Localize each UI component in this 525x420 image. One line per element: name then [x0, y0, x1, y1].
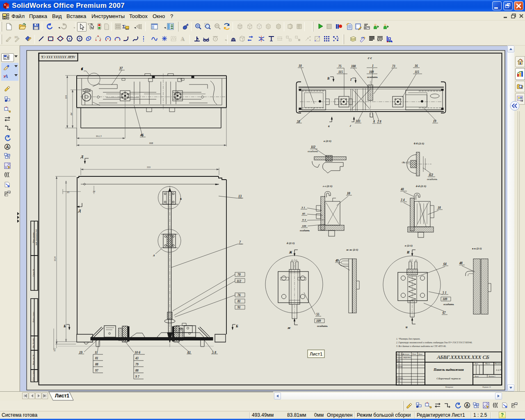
svg-text:В: В: [327, 77, 330, 80]
svg-text:Б: Б: [235, 324, 238, 328]
svg-text:Пров.: Пров.: [396, 360, 401, 362]
svg-text:S: S: [4, 4, 6, 6]
svg-text:Масштаб: Масштаб: [494, 363, 502, 365]
svg-text:1. *Размеры для справок.: 1. *Размеры для справок.: [396, 338, 420, 340]
svg-text:Подп. и дата: Подп. и дата: [32, 311, 34, 322]
svg-text:40: 40: [400, 187, 404, 191]
svg-text:осадить: осадить: [300, 229, 310, 232]
svg-text:79: 79: [135, 363, 139, 366]
svg-text:49: 49: [335, 259, 339, 262]
svg-text:Ж: Ж: [289, 251, 292, 254]
svg-text:Д: Д: [78, 209, 81, 213]
svg-text:115: 115: [415, 70, 419, 74]
svg-text:е (2:1): е (2:1): [405, 244, 413, 247]
svg-text:A: A: [6, 145, 9, 149]
svg-text:112: 112: [311, 145, 315, 149]
svg-text:5 1: 5 1: [443, 291, 446, 294]
svg-text:88: 88: [95, 363, 98, 366]
svg-text:Формат A1: Формат A1: [482, 386, 491, 388]
svg-text:109: 109: [302, 224, 306, 228]
svg-text:112: 112: [429, 173, 433, 177]
svg-text:г-г (2:1): г-г (2:1): [323, 185, 332, 188]
svg-text:Н.контр.: Н.контр.: [396, 377, 403, 379]
svg-text:осадить: осадить: [308, 150, 318, 153]
svg-text:√Ra 1.25: √Ra 1.25: [402, 161, 410, 164]
svg-text:19: 19: [433, 119, 436, 123]
svg-text:13: 13: [238, 194, 242, 198]
svg-text:№ докум.: № докум.: [402, 353, 410, 355]
svg-text:Лит.: Лит.: [474, 363, 478, 365]
svg-text:3. Все данные и обычные выделя: 3. Все данные и обычные выделять на СТЕ …: [396, 345, 446, 347]
svg-text:2. Гарнитуру невозможной в соз: 2. Гарнитуру невозможной в создать созда…: [396, 341, 472, 344]
svg-text:114: 114: [65, 95, 67, 99]
svg-text:Т.контр.: Т.контр.: [397, 365, 403, 368]
svg-text:СИДЕНКО: СИДЕНКО: [403, 356, 411, 358]
svg-text:Разраб.: Разраб.: [396, 356, 402, 358]
svg-text:Копировал: Копировал: [445, 386, 453, 388]
svg-text:88: 88: [135, 369, 139, 372]
svg-text:75: 75: [338, 64, 342, 68]
svg-text:осадить: осадить: [443, 303, 454, 306]
svg-text:668: 668: [149, 142, 153, 144]
svg-text:A: A: [466, 403, 469, 408]
svg-text:35: 35: [66, 191, 69, 194]
svg-text:48: 48: [459, 261, 463, 265]
svg-text:85: 85: [302, 212, 306, 215]
svg-text:100: 100: [351, 64, 356, 68]
svg-text:б: б: [81, 67, 83, 71]
svg-text:л: л: [153, 253, 155, 257]
svg-text:в (2:1): в (2:1): [324, 139, 331, 143]
svg-text:10 б: 10 б: [135, 351, 141, 354]
svg-text:10: 10: [347, 192, 350, 195]
svg-text:81: 81: [95, 356, 98, 360]
svg-text:9 4: 9 4: [302, 218, 306, 221]
svg-text:Г: Г: [350, 78, 352, 82]
svg-text:64: 64: [443, 262, 447, 266]
svg-text:112: 112: [53, 348, 56, 352]
svg-text:Инв. № дубл.: Инв. № дубл.: [32, 338, 34, 349]
svg-text:Листов 1: Листов 1: [488, 375, 495, 377]
svg-text:10: 10: [299, 64, 302, 68]
svg-text:3 4: 3 4: [400, 198, 405, 202]
svg-text:Сборочный чертеж: Сборочный чертеж: [436, 377, 461, 380]
svg-text:97: 97: [95, 369, 98, 372]
svg-text:1124: 1124: [54, 256, 56, 261]
svg-text:A: A: [4, 73, 8, 79]
svg-text:АБВГ.XXXXXX.XXX СБ: АБВГ.XXXXXX.XXX СБ: [436, 354, 489, 360]
svg-text:АБВГ.XXXXXX.XXX СБ: АБВГ.XXXXXX.XXX СБ: [41, 55, 75, 59]
svg-text:76: 76: [237, 293, 241, 297]
svg-text:70: 70: [237, 273, 241, 276]
svg-text:осадить: осадить: [427, 178, 437, 181]
svg-text:2 8: 2 8: [377, 120, 381, 123]
svg-text:16: 16: [415, 64, 418, 68]
svg-text:11: 11: [95, 351, 98, 354]
svg-text:д (2:1): д (2:1): [287, 242, 294, 245]
svg-text:115: 115: [338, 70, 343, 74]
svg-text:Лист: Лист: [474, 375, 479, 377]
svg-text:с-с: с-с: [368, 56, 372, 60]
svg-text:81: 81: [237, 299, 241, 303]
svg-text:1:2.5: 1:2.5: [496, 369, 501, 371]
svg-text:37: 37: [119, 66, 123, 70]
svg-text:в: в: [328, 124, 330, 128]
svg-text:Справ. №: Справ. №: [32, 269, 34, 276]
svg-text:Подп. и дата: Подп. и дата: [32, 370, 34, 381]
svg-text:осадить: осадить: [317, 324, 328, 328]
svg-text:Дата: Дата: [418, 353, 422, 355]
svg-text:9±1.5: 9±1.5: [96, 135, 102, 137]
svg-text:АБВГ.XXXXXXX.XXX: АБВГ.XXXXXXX.XXX: [35, 229, 37, 246]
svg-text:Б: Б: [63, 324, 66, 328]
svg-text:Σ: Σ: [122, 23, 126, 30]
svg-text:ж: ж: [288, 326, 291, 330]
svg-text:109: 109: [443, 297, 447, 301]
svg-text:ж-ж (2:1): ж-ж (2:1): [346, 248, 358, 251]
svg-text:Утв.: Утв.: [397, 380, 400, 382]
svg-text:Д: Д: [80, 155, 84, 159]
svg-text:91: 91: [237, 306, 241, 309]
svg-text:г: г: [350, 124, 351, 128]
svg-text:осадить: осадить: [367, 75, 378, 79]
svg-text:18: 18: [438, 206, 441, 210]
svg-text:67: 67: [443, 311, 446, 315]
svg-text:к-к (2:1): к-к (2:1): [472, 247, 482, 250]
svg-text:55: 55: [316, 313, 320, 316]
